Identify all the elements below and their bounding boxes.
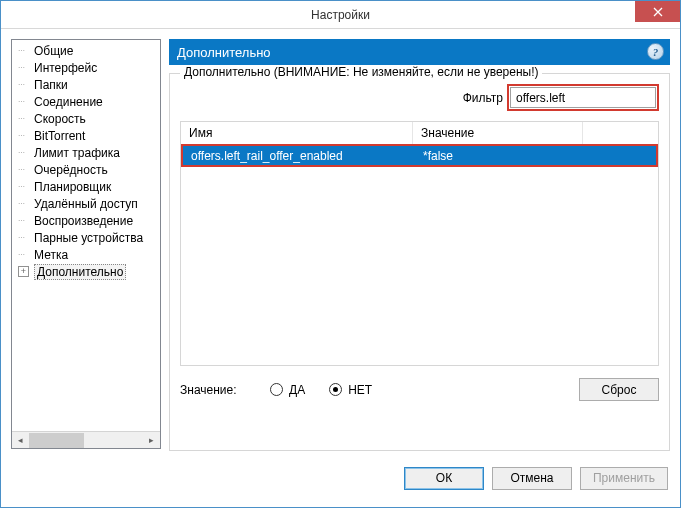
sidebar-item-speed[interactable]: ⋯Скорость: [12, 110, 160, 127]
panel-title: Дополнительно: [177, 45, 271, 60]
reset-button[interactable]: Сброс: [579, 378, 659, 401]
sidebar-item-remote[interactable]: ⋯Удалённый доступ: [12, 195, 160, 212]
help-icon[interactable]: ?: [647, 43, 664, 60]
ok-button[interactable]: ОК: [404, 467, 484, 490]
sidebar-scrollbar[interactable]: ◂ ▸: [12, 431, 160, 448]
sidebar-item-label[interactable]: ⋯Метка: [12, 246, 160, 263]
scroll-thumb[interactable]: [29, 433, 84, 448]
filter-row: Фильтр: [180, 84, 659, 111]
radio-yes-icon: [270, 383, 283, 396]
column-name[interactable]: Имя: [181, 122, 413, 144]
scroll-left-icon[interactable]: ◂: [12, 432, 29, 449]
category-tree: ⋯Общие ⋯Интерфейс ⋯Папки ⋯Соединение ⋯Ск…: [12, 40, 160, 282]
radio-no-icon: [329, 383, 342, 396]
sidebar-item-bittorrent[interactable]: ⋯BitTorrent: [12, 127, 160, 144]
content: ⋯Общие ⋯Интерфейс ⋯Папки ⋯Соединение ⋯Ск…: [1, 29, 680, 459]
window-title: Настройки: [311, 8, 370, 22]
fieldset-legend: Дополнительно (ВНИМАНИЕ: Не изменяйте, е…: [180, 65, 542, 79]
titlebar: Настройки: [1, 1, 680, 29]
sidebar-item-paired[interactable]: ⋯Парные устройства: [12, 229, 160, 246]
dialog-footer: ОК Отмена Применить: [1, 459, 680, 497]
list-header: Имя Значение: [181, 122, 658, 145]
settings-list: Имя Значение offers.left_rail_offer_enab…: [180, 121, 659, 366]
sidebar-item-advanced[interactable]: +Дополнительно: [12, 263, 160, 280]
cancel-button[interactable]: Отмена: [492, 467, 572, 490]
column-value[interactable]: Значение: [413, 122, 583, 144]
sidebar-item-connection[interactable]: ⋯Соединение: [12, 93, 160, 110]
filter-input[interactable]: [510, 87, 656, 108]
filter-label: Фильтр: [463, 91, 503, 105]
filter-highlight: [507, 84, 659, 111]
row-value: *false: [415, 149, 461, 163]
radio-no[interactable]: НЕТ: [329, 383, 372, 397]
expand-icon[interactable]: +: [18, 266, 29, 277]
apply-button[interactable]: Применить: [580, 467, 668, 490]
sidebar-item-traffic-limit[interactable]: ⋯Лимит трафика: [12, 144, 160, 161]
main-panel: Дополнительно ? Дополнительно (ВНИМАНИЕ:…: [169, 39, 670, 459]
sidebar-item-interface[interactable]: ⋯Интерфейс: [12, 59, 160, 76]
panel-header: Дополнительно ?: [169, 39, 670, 65]
sidebar: ⋯Общие ⋯Интерфейс ⋯Папки ⋯Соединение ⋯Ск…: [11, 39, 161, 449]
value-label: Значение:: [180, 383, 270, 397]
close-button[interactable]: [635, 1, 680, 22]
sidebar-item-scheduler[interactable]: ⋯Планировщик: [12, 178, 160, 195]
close-icon: [653, 7, 663, 17]
settings-row[interactable]: offers.left_rail_offer_enabled *false: [183, 146, 656, 165]
sidebar-item-queue[interactable]: ⋯Очерёдность: [12, 161, 160, 178]
value-row: Значение: ДА НЕТ Сброс: [180, 378, 659, 401]
row-highlight: offers.left_rail_offer_enabled *false: [181, 144, 658, 167]
scroll-right-icon[interactable]: ▸: [143, 432, 160, 449]
sidebar-item-folders[interactable]: ⋯Папки: [12, 76, 160, 93]
row-name: offers.left_rail_offer_enabled: [183, 149, 415, 163]
radio-yes[interactable]: ДА: [270, 383, 305, 397]
advanced-fieldset: Дополнительно (ВНИМАНИЕ: Не изменяйте, е…: [169, 73, 670, 451]
sidebar-item-general[interactable]: ⋯Общие: [12, 42, 160, 59]
sidebar-item-playback[interactable]: ⋯Воспроизведение: [12, 212, 160, 229]
